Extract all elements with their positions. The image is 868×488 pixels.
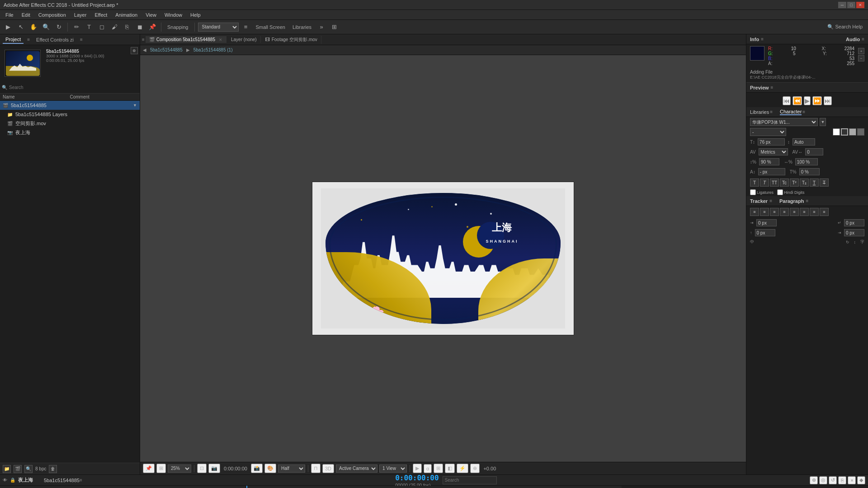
space-after-input[interactable]	[844, 229, 864, 236]
project-search-btn[interactable]: 🔍	[24, 465, 33, 473]
tsume-input[interactable]	[799, 168, 820, 175]
project-delete-btn[interactable]: 🗑	[49, 465, 57, 473]
resolution-select[interactable]: Full Half Third Quarter	[278, 465, 305, 473]
project-item-2[interactable]: 🎬 空间剪影.mov	[0, 119, 140, 128]
vp-fast-btn[interactable]: ⚡	[457, 464, 468, 473]
menu-file[interactable]: File	[2, 11, 17, 19]
project-item-0[interactable]: 🎬 5ba1c51544885 ▼	[0, 101, 140, 110]
tracking-input[interactable]	[805, 148, 823, 155]
project-comp-btn[interactable]: 🎬	[14, 465, 22, 473]
current-time-display[interactable]: 0:00:00:00	[395, 473, 439, 483]
nav-back[interactable]: ◀	[143, 47, 146, 52]
indent-right-input[interactable]	[844, 219, 864, 226]
libraries-tab[interactable]: Libraries	[750, 109, 769, 115]
menu-view[interactable]: View	[142, 11, 160, 19]
vp-grid-btn[interactable]: ⊞	[156, 464, 166, 473]
tl-loop-btn[interactable]: ↺	[829, 476, 837, 484]
item-expand-0[interactable]: ▼	[133, 103, 137, 108]
toolbar-expand-btn[interactable]: »	[316, 22, 327, 33]
timeline-comp-1[interactable]: 夜上海	[18, 477, 33, 483]
align-center-btn[interactable]: ≡	[760, 208, 769, 216]
ligatures-check-label[interactable]: Ligatures	[750, 189, 774, 195]
minimize-button[interactable]: ─	[838, 2, 846, 8]
comp-tab-2[interactable]: 🎞 Footage 空间剪影.mov	[262, 36, 321, 44]
justify-center-btn[interactable]: ≡	[790, 208, 799, 216]
lib-menu-btn[interactable]: ≡	[770, 109, 773, 114]
tl-copy-btn[interactable]: ⎘	[838, 476, 846, 484]
caps-btn[interactable]: TT	[770, 178, 779, 187]
font-expand-btn[interactable]: ▼	[820, 118, 826, 126]
view-select[interactable]: 1 View 2 Views 4 Views	[379, 465, 407, 473]
vp-render-btn[interactable]: ▶	[413, 464, 422, 473]
smallcaps-btn[interactable]: Tc	[780, 178, 789, 187]
hscale-input[interactable]	[795, 158, 818, 165]
breadcrumb-0[interactable]: 5ba1c51544885	[150, 47, 183, 52]
project-panel-icon[interactable]: ≡	[27, 37, 30, 42]
underline-btn[interactable]: T	[810, 178, 819, 187]
stroke-swatch[interactable]	[841, 128, 848, 136]
tracker-menu-btn[interactable]: ≡	[769, 198, 772, 203]
menu-edit[interactable]: Edit	[18, 11, 34, 19]
info-menu-btn[interactable]: ≡	[761, 37, 764, 42]
space-before-input[interactable]	[755, 229, 775, 236]
align-left-btn[interactable]: ≡	[750, 208, 759, 216]
toolbar-rotate-btn[interactable]: ↻	[53, 22, 64, 33]
next-frame-btn[interactable]: ⏩	[812, 96, 822, 105]
font-size-input[interactable]	[758, 138, 785, 145]
justify-left-btn[interactable]: ≡	[780, 208, 789, 216]
fill-swatch-2[interactable]	[849, 128, 856, 136]
toolbar-pen-btn[interactable]: ✏	[71, 22, 82, 33]
toolbar-puppet-btn[interactable]: 📌	[147, 22, 158, 33]
maximize-button[interactable]: □	[847, 2, 855, 8]
tl-paste-btn[interactable]: ⌅	[848, 476, 856, 484]
strike-btn[interactable]: T	[820, 178, 829, 187]
prev-frame-btn[interactable]: ⏪	[793, 96, 802, 105]
leading-input[interactable]	[793, 138, 815, 145]
tl-marker-btn[interactable]: ◆	[857, 476, 865, 484]
workspace-select[interactable]: Default Standard Small Screen	[198, 23, 239, 32]
toolbar-shape-btn[interactable]: ◻	[96, 22, 107, 33]
goto-end-btn[interactable]: ⏭	[824, 96, 832, 105]
menu-window[interactable]: Window	[161, 11, 186, 19]
font-selector[interactable]: 华康POP3体 W1...	[750, 118, 818, 126]
subtract-btn[interactable]: −	[858, 55, 864, 61]
breadcrumb-1[interactable]: 5ba1c51544885 (1)	[193, 47, 233, 52]
effect-controls-tab[interactable]: Effect Controls zi	[33, 36, 76, 43]
play-btn[interactable]: ▶	[804, 96, 811, 105]
vp-camera-btn[interactable]: 📷	[208, 464, 220, 473]
menu-composition[interactable]: Composition	[35, 11, 70, 19]
menu-help[interactable]: Help	[187, 11, 204, 19]
hindi-checkbox[interactable]	[777, 189, 783, 195]
project-search-input[interactable]	[7, 82, 138, 92]
super-btn[interactable]: T²	[790, 178, 799, 187]
align-right-btn[interactable]: ≡	[770, 208, 779, 216]
toolbar-menu-btn[interactable]: ≡	[241, 22, 251, 33]
vp-snapshot-btn[interactable]: 📸	[251, 464, 263, 473]
project-item-3[interactable]: 📷 夜上海	[0, 128, 140, 137]
audio-menu-btn[interactable]: ≡	[862, 37, 864, 42]
toolbar-text-btn[interactable]: T	[84, 22, 94, 33]
justify-full-btn[interactable]: ≡	[810, 208, 819, 216]
toolbar-select-btn[interactable]: ↖	[15, 22, 26, 33]
goto-start-btn[interactable]: ⏮	[783, 96, 791, 105]
comp-menu-btn[interactable]: ≡	[142, 37, 145, 42]
menu-layer[interactable]: Layer	[71, 11, 90, 19]
comp-tab-close-0[interactable]: ✕	[219, 38, 222, 42]
timeline-search-input[interactable]	[443, 476, 497, 484]
menu-animation[interactable]: Animation	[112, 11, 141, 19]
align-right2-btn[interactable]: ≡	[820, 208, 829, 216]
project-tab[interactable]: Project	[3, 36, 24, 44]
tl-new-comp-btn[interactable]: ⊕	[810, 476, 818, 484]
italic-btn[interactable]: T	[760, 178, 769, 187]
tl-draft-btn[interactable]: ◎	[819, 476, 827, 484]
toolbar-eraser-btn[interactable]: ◼	[134, 22, 145, 33]
timeline-menu-btn[interactable]: ≡	[80, 478, 82, 483]
toolbar-hand-btn[interactable]: ✋	[28, 22, 39, 33]
hindi-check-label[interactable]: Hindi Digits	[777, 189, 805, 195]
paragraph-menu-btn[interactable]: ≡	[806, 198, 808, 203]
vp-color-btn[interactable]: 🎨	[264, 464, 276, 473]
vp-3d-btn[interactable]: 3D	[322, 464, 334, 473]
justify-right-btn[interactable]: ≡	[800, 208, 809, 216]
vscale-input[interactable]	[759, 158, 779, 165]
ligatures-checkbox[interactable]	[750, 189, 756, 195]
